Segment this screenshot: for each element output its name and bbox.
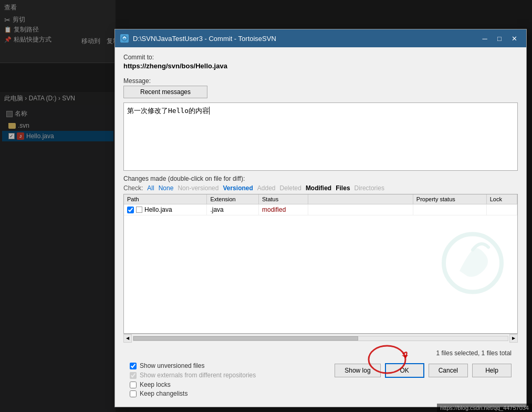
keep-options: Keep locks Keep changelists [130, 381, 512, 397]
row-extension-cell: .java [207, 204, 259, 215]
show-externals-row: Show externals from different repositori… [130, 372, 256, 379]
show-externals-checkbox[interactable] [130, 372, 137, 379]
table-row[interactable]: Hello.java .java modified [124, 204, 517, 215]
filter-versioned[interactable]: Versioned [223, 184, 253, 192]
show-log-button[interactable]: Show log [335, 364, 380, 377]
svn-title-icon [120, 34, 129, 43]
dialog-titlebar: D:\SVN\JavaTestUser3 - Commit - Tortoise… [115, 29, 526, 47]
commit-to-url: https://zheng/svn/bos/Hello.java [123, 62, 518, 70]
commit-to-label: Commit to: [123, 54, 518, 61]
svg-point-1 [444, 234, 502, 292]
col-property-status: Property status [413, 194, 486, 204]
scroll-thumb[interactable] [133, 336, 358, 341]
file-count: 1 files selected, 1 files total [130, 349, 512, 357]
file-table: Path Extension Status Property status Lo… [123, 194, 518, 334]
row-checkbox[interactable] [127, 207, 134, 213]
commit-to-section: Commit to: https://zheng/svn/bos/Hello.j… [123, 54, 518, 73]
changes-section: Changes made (double-click on file for d… [123, 175, 518, 342]
check-label: Check: [123, 184, 143, 192]
dialog-buttons: Show log OK Cancel Help [335, 363, 512, 378]
filter-non-versioned[interactable]: Non-versioned [178, 184, 218, 192]
row-empty-cell [308, 204, 413, 215]
row-property-cell [413, 204, 486, 215]
bottom-area: 1 files selected, 1 files total Show unv… [123, 346, 518, 400]
file-type-icon [136, 207, 142, 213]
keep-changelists-checkbox[interactable] [130, 390, 137, 397]
scroll-track[interactable] [133, 336, 508, 341]
keep-locks-checkbox[interactable] [130, 382, 137, 388]
message-text-suffix: 的内容 [189, 107, 209, 115]
col-status: Status [258, 194, 308, 204]
message-text-prefix: 第一次修改了 [127, 107, 168, 115]
url-bar: https://blog.csdn.net/qq_44757034 [437, 404, 532, 412]
filter-directories[interactable]: Directories [354, 184, 384, 192]
col-empty [308, 194, 413, 204]
horizontal-scrollbar[interactable]: ◀ ▶ [123, 334, 518, 342]
filter-deleted[interactable]: Deleted [280, 184, 301, 192]
ok-button[interactable]: OK [385, 363, 424, 378]
filter-modified[interactable]: Modified [306, 184, 331, 192]
col-lock: Lock [486, 194, 517, 204]
filter-none[interactable]: None [159, 184, 174, 192]
scroll-left[interactable]: ◀ [123, 334, 132, 343]
filter-files[interactable]: Files [336, 184, 350, 192]
watermark [439, 229, 507, 299]
message-label: Message: [123, 77, 518, 85]
close-button[interactable]: ✕ [507, 33, 521, 44]
col-path: Path [124, 194, 207, 204]
commit-dialog: D:\SVN\JavaTestUser3 - Commit - Tortoise… [114, 29, 527, 407]
maximize-button[interactable]: □ [493, 33, 506, 44]
filter-all[interactable]: All [147, 184, 154, 192]
message-text-hello: Hello [168, 107, 189, 115]
filter-added[interactable]: Added [257, 184, 276, 192]
button-row: Show unversioned files Show externals fr… [130, 362, 512, 379]
filter-bar: Check: All None Non-versioned Versioned … [123, 184, 518, 192]
dialog-title: D:\SVN\JavaTestUser3 - Commit - Tortoise… [120, 34, 276, 43]
help-button[interactable]: Help [472, 364, 512, 377]
cancel-button[interactable]: Cancel [429, 364, 468, 377]
changes-table: Path Extension Status Property status Lo… [124, 194, 517, 215]
row-status-cell: modified [258, 204, 308, 215]
show-unversioned-label: Show unversioned files [140, 362, 204, 369]
keep-changelists-row: Keep changelists [130, 390, 512, 397]
text-cursor [209, 107, 210, 115]
dialog-body: Commit to: https://zheng/svn/bos/Hello.j… [115, 47, 526, 407]
show-unversioned-row: Show unversioned files [130, 362, 256, 369]
row-path-cell: Hello.java [124, 204, 207, 215]
keep-locks-row: Keep locks [130, 381, 512, 388]
message-section: Message: Recent messages [123, 77, 518, 98]
changes-label: Changes made (double-click on file for d… [123, 175, 518, 182]
recent-messages-button[interactable]: Recent messages [123, 86, 207, 98]
message-textarea-container[interactable]: 第一次修改了Hello的内容 [123, 102, 518, 171]
row-lock-cell [486, 204, 517, 215]
titlebar-controls[interactable]: ─ □ ✕ [478, 33, 521, 44]
minimize-button[interactable]: ─ [478, 33, 492, 44]
left-checkboxes: Show unversioned files Show externals fr… [130, 362, 256, 379]
col-extension: Extension [207, 194, 259, 204]
keep-locks-label: Keep locks [140, 381, 171, 388]
show-unversioned-checkbox[interactable] [130, 363, 137, 369]
keep-changelists-label: Keep changelists [140, 390, 187, 397]
scroll-right[interactable]: ▶ [509, 334, 518, 343]
show-externals-label: Show externals from different repositori… [140, 372, 256, 379]
